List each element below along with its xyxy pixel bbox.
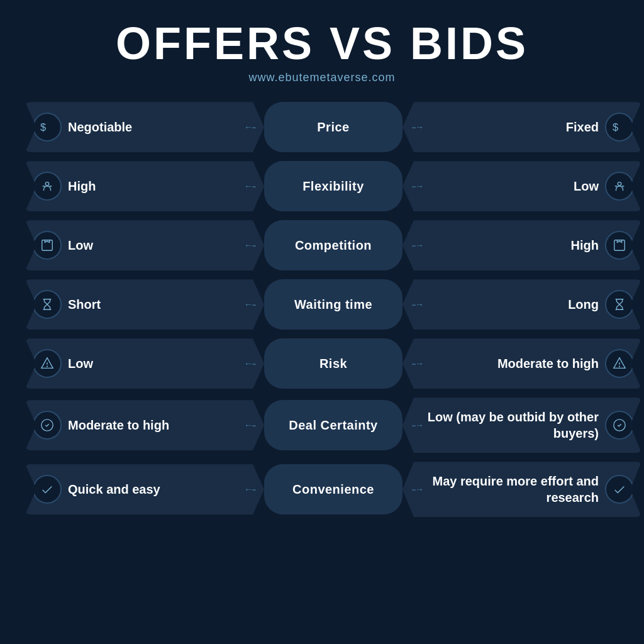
icon-left-convenience (33, 475, 62, 504)
label-competition: Competition (295, 238, 372, 253)
row-deal_certainty: Moderate to high Deal Certainty Low (may… (25, 397, 619, 453)
comparison-table: $ Negotiable Price Fixed $ High Flexibil… (25, 102, 619, 517)
cell-left-price: $ Negotiable (25, 102, 264, 152)
cell-center-risk: Risk (264, 338, 402, 389)
value-right-convenience: May require more effort and research (421, 473, 599, 506)
value-right-risk: Moderate to high (497, 355, 599, 372)
cell-center-waiting_time: Waiting time (264, 279, 402, 330)
row-price: $ Negotiable Price Fixed $ (25, 102, 619, 152)
row-competition: Low Competition High (25, 220, 619, 270)
svg-point-2 (45, 182, 49, 186)
svg-text:$: $ (613, 121, 618, 133)
icon-right-flexibility (605, 172, 634, 201)
icon-right-waiting_time (605, 290, 634, 319)
label-flexibility: Flexibility (303, 179, 364, 194)
icon-left-competition (33, 231, 62, 260)
icon-right-deal_certainty (605, 411, 634, 440)
svg-point-5 (618, 182, 621, 186)
value-left-competition: Low (68, 238, 93, 253)
cell-left-deal_certainty: Moderate to high (25, 400, 264, 450)
cell-center-convenience: Convenience (264, 464, 402, 514)
label-convenience: Convenience (292, 482, 374, 497)
value-left-convenience: Quick and easy (68, 482, 160, 497)
label-deal_certainty: Deal Certainty (289, 418, 378, 433)
label-price: Price (317, 120, 349, 135)
page-title: OFFERS VS BIDS (116, 19, 528, 69)
row-waiting_time: Short Waiting time Long (25, 279, 619, 330)
main-container: OFFERS VS BIDS www.ebutemetaverse.com $ … (0, 0, 644, 644)
value-left-price: Negotiable (68, 120, 132, 135)
cell-right-competition: High (402, 220, 641, 270)
value-right-price: Fixed (566, 119, 599, 135)
cell-right-risk: Moderate to high (402, 338, 641, 389)
icon-left-risk (33, 349, 62, 378)
icon-left-flexibility (33, 172, 62, 201)
cell-right-deal_certainty: Low (may be outbid by other buyers) (402, 397, 641, 453)
cell-center-competition: Competition (264, 220, 402, 270)
value-left-flexibility: High (68, 179, 96, 194)
cell-right-price: Fixed $ (402, 102, 641, 152)
icon-right-convenience (605, 475, 634, 504)
icon-left-price: $ (33, 113, 62, 142)
icon-left-deal_certainty (33, 411, 62, 440)
row-flexibility: High Flexibility Low (25, 161, 619, 211)
value-right-competition: High (571, 237, 599, 253)
cell-left-flexibility: High (25, 161, 264, 211)
cell-right-waiting_time: Long (402, 279, 641, 330)
website-url: www.ebutemetaverse.com (248, 71, 395, 84)
icon-left-waiting_time (33, 290, 62, 319)
value-right-flexibility: Low (574, 178, 599, 194)
row-convenience: Quick and easy Convenience May require m… (25, 462, 619, 517)
svg-text:$: $ (40, 121, 46, 133)
label-risk: Risk (319, 357, 347, 371)
value-left-risk: Low (68, 357, 93, 371)
cell-center-price: Price (264, 102, 402, 152)
cell-right-convenience: May require more effort and research (402, 462, 641, 517)
svg-point-9 (47, 366, 48, 367)
icon-right-price: $ (605, 113, 634, 142)
svg-point-11 (619, 366, 620, 367)
icon-right-risk (605, 349, 634, 378)
value-right-deal_certainty: Low (may be outbid by other buyers) (421, 409, 599, 441)
label-waiting_time: Waiting time (294, 297, 372, 312)
cell-left-competition: Low (25, 220, 264, 270)
cell-right-flexibility: Low (402, 161, 641, 211)
cell-left-risk: Low (25, 338, 264, 389)
row-risk: Low Risk Moderate to high (25, 338, 619, 389)
cell-left-waiting_time: Short (25, 279, 264, 330)
value-left-waiting_time: Short (68, 297, 101, 312)
value-left-deal_certainty: Moderate to high (68, 418, 169, 433)
icon-right-competition (605, 231, 634, 260)
cell-center-flexibility: Flexibility (264, 161, 402, 211)
value-right-waiting_time: Long (568, 296, 599, 313)
cell-center-deal_certainty: Deal Certainty (264, 400, 402, 450)
cell-left-convenience: Quick and easy (25, 464, 264, 514)
